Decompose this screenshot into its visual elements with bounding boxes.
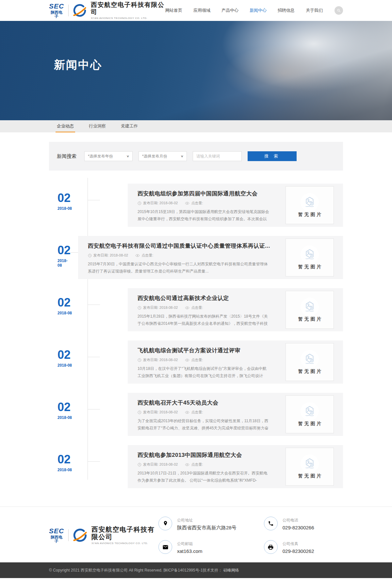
clock-icon (138, 410, 141, 414)
news-excerpt: 为了全面完成2013年的经营目标任务，实现公司突破性发展，11月18日，西安航电… (138, 417, 270, 432)
news-item: 02 2018-08 西安航电公司通过高新技术企业认定 发布日期: 2018-0… (49, 288, 343, 331)
timeline-tick (88, 357, 100, 357)
news-card[interactable]: 西安航电组织参加第四届中国国际通用航空大会 发布日期: 2018-08-02 点… (128, 184, 343, 227)
news-excerpt: 2015年10月15至19日，第四届中国国际通用航空大会在西安绿地笔克国际会展中… (138, 208, 270, 223)
category-tab-bar: 企业动态 行业洞察 党建工作 (0, 120, 392, 132)
search-button[interactable] (335, 6, 343, 15)
tab-company-news[interactable]: 企业动态 (56, 120, 75, 132)
image-placeholder-icon (301, 298, 319, 316)
news-title[interactable]: 飞机航电综合测试平台方案设计通过评审 (138, 347, 270, 354)
no-image-placeholder: 暂无图片 (286, 186, 334, 224)
fax-icon (264, 540, 278, 554)
news-title[interactable]: 西安航电组织参加第四届中国国际通用航空大会 (138, 190, 270, 197)
image-placeholder-icon (301, 193, 319, 211)
views-icon (135, 254, 140, 257)
contact-grid: 公司地址 陕西省西安市高新六路28号 公司电话 029-82300266 公 (158, 517, 343, 554)
contact-email: 公司邮箱 xat163.com (158, 540, 257, 554)
news-title[interactable]: 西安航电公司通过高新技术企业认定 (138, 294, 270, 302)
location-pin-icon (158, 517, 172, 530)
tech-support-link[interactable]: 硅峰网络 (223, 568, 239, 573)
news-item: 02 2018-08 西安航空电子科技有限公司通过中国质量认证中心质量管理体系再… (49, 236, 343, 279)
month-select[interactable]: *选择发布月份 ∨ (139, 151, 187, 161)
swoosh-icon (73, 528, 87, 542)
timeline-tick (88, 200, 100, 200)
footer-logo: SEC 陕西电子 西安航空电子科技有限公司 XI'AN AVIONICS TEC… (49, 526, 158, 545)
clock-icon (138, 463, 141, 467)
news-item: 02 2018-08 西安航电组织参加第四届中国国际通用航空大会 发布日期: 2… (49, 184, 343, 227)
tab-industry-insight[interactable]: 行业洞察 (88, 120, 107, 132)
mail-icon (158, 540, 172, 554)
timeline-tick (88, 461, 100, 462)
nav-item-about[interactable]: 关于我们 (306, 8, 323, 13)
news-item: 02 2018-08 西安航电召开大干45天动员大会 发布日期: 2018-08… (49, 393, 343, 436)
news-title[interactable]: 西安航电参加2013中国国际通用航空大会 (138, 451, 270, 459)
no-image-placeholder: 暂无图片 (286, 343, 334, 381)
search-label: 新闻搜索 (57, 153, 76, 159)
logo-divider (68, 529, 69, 541)
page-title: 新闻中心 (54, 58, 102, 73)
news-card[interactable]: 西安航空电子科技有限公司通过中国质量认证中心质量管理体系再认证... 发布日期:… (78, 236, 343, 279)
news-excerpt: 2013年10月17日-21日，2013中国国际通用航空大会在西安召开。西安航电… (138, 470, 270, 484)
views-icon (185, 306, 189, 309)
news-search-section: 新闻搜索 *选择发布年份 ∨ *选择发布月份 ∨ 搜 索 (49, 142, 343, 171)
timeline-tick (88, 305, 100, 305)
news-meta: 发布日期: 2018-08-02 点击量: (138, 305, 270, 310)
keyword-input[interactable] (193, 151, 242, 161)
nav-item-products[interactable]: 产品中心 (221, 8, 238, 13)
search-icon (337, 8, 341, 13)
copyright-text: © Copyright 2021 西安航空电子科技有限公司 All Right … (49, 568, 223, 573)
image-placeholder-icon (301, 402, 319, 421)
nav-item-recruitment[interactable]: 招聘信息 (278, 8, 295, 13)
contact-address: 公司地址 陕西省西安市高新六路28号 (158, 517, 257, 531)
company-name: 西安航空电子科技有限公司 XI'AN AVIONICS TECHNOLOGY C… (91, 526, 158, 545)
news-date: 02 2018-08 (49, 184, 88, 227)
news-excerpt: 2015年7月30日，中国质量认证中心西北分中心审核组一行二人对西安航空电子科技… (88, 260, 270, 275)
search-submit-button[interactable]: 搜 索 (248, 151, 297, 161)
image-placeholder-icon (301, 245, 319, 264)
contact-fax: 公司传真 029-82300262 (264, 540, 343, 554)
chevron-down-icon: ∨ (126, 155, 129, 158)
contact-phone: 公司电话 029-82300266 (264, 517, 343, 531)
chevron-down-icon: ∨ (181, 155, 184, 158)
views-icon (185, 411, 189, 414)
nav-item-news[interactable]: 新闻中心 (250, 8, 267, 13)
no-image-placeholder: 暂无图片 (286, 395, 334, 433)
news-card[interactable]: 西安航电公司通过高新技术企业认定 发布日期: 2018-08-02 点击量: 2… (128, 288, 343, 331)
news-date: 02 2018-08 (49, 445, 88, 488)
year-select[interactable]: *选择发布年份 ∨ (84, 151, 133, 161)
image-placeholder-icon (301, 350, 319, 368)
news-excerpt: 10月18日，在汉中召开了“飞机航电综合测试平台”方案评审会，会议由中航工业陕西… (138, 365, 270, 380)
news-date: 02 2018-08 (49, 236, 71, 279)
views-icon (185, 463, 189, 466)
site-header: SEC 陕西电子 西安航空电子科技有限公司 XI'AN AVIONICS TEC… (0, 0, 392, 21)
logo-divider (68, 5, 69, 16)
timeline-tick (88, 409, 100, 409)
sec-logo: SEC 陕西电子 (49, 527, 64, 543)
tab-party-building[interactable]: 党建工作 (120, 120, 139, 132)
news-title[interactable]: 西安航电召开大干45天动员大会 (138, 399, 270, 407)
news-card[interactable]: 飞机航电综合测试平台方案设计通过评审 发布日期: 2018-08-02 点击量:… (128, 340, 343, 384)
nav-item-home[interactable]: 网站首页 (165, 8, 182, 13)
news-meta: 发布日期: 2018-08-02 点击量: (88, 253, 270, 258)
news-meta: 发布日期: 2018-08-02 点击量: (138, 462, 270, 467)
no-image-placeholder: 暂无图片 (286, 448, 334, 486)
clock-icon (138, 358, 141, 362)
no-image-placeholder: 暂无图片 (286, 291, 334, 329)
news-card[interactable]: 西安航电召开大干45天动员大会 发布日期: 2018-08-02 点击量: 为了… (128, 393, 343, 436)
clock-icon (138, 306, 141, 310)
company-logo[interactable]: SEC 陕西电子 西安航空电子科技有限公司 XI'AN AVIONICS TEC… (49, 1, 165, 20)
copyright-bar: © Copyright 2021 西安航空电子科技有限公司 All Right … (0, 562, 392, 578)
news-item: 02 2018-08 西安航电参加2013中国国际通用航空大会 发布日期: 20… (49, 445, 343, 488)
site-footer: SEC 陕西电子 西安航空电子科技有限公司 XI'AN AVIONICS TEC… (0, 506, 392, 562)
company-name: 西安航空电子科技有限公司 XI'AN AVIONICS TECHNOLOGY C… (91, 1, 165, 20)
news-title[interactable]: 西安航空电子科技有限公司通过中国质量认证中心质量管理体系再认证... (88, 242, 270, 250)
news-date: 02 2018-08 (49, 393, 88, 436)
news-date: 02 2018-08 (49, 288, 88, 331)
nav-item-applications[interactable]: 应用领域 (193, 8, 210, 13)
clock-icon (88, 254, 92, 257)
views-icon (185, 202, 189, 205)
news-item: 02 2018-08 飞机航电综合测试平台方案设计通过评审 发布日期: 2018… (49, 340, 343, 384)
news-card[interactable]: 西安航电参加2013中国国际通用航空大会 发布日期: 2018-08-02 点击… (128, 445, 343, 488)
main-nav: 网站首页 应用领域 产品中心 新闻中心 招聘信息 关于我们 (165, 6, 343, 15)
news-date: 02 2018-08 (49, 340, 88, 384)
